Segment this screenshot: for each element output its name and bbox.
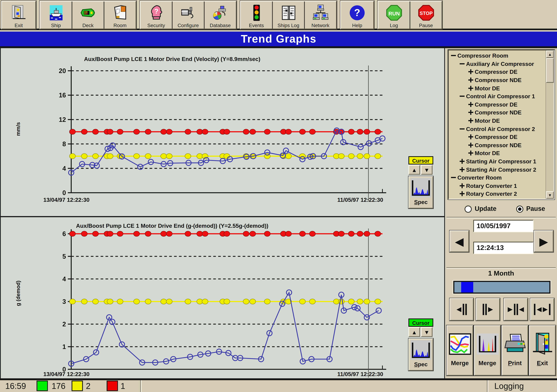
configure-button[interactable]: Configure [172,1,204,29]
contract-range-button[interactable]: ▶◀ [504,298,528,321]
expand-icon[interactable] [468,110,473,115]
network-button[interactable]: Network [304,1,336,29]
mode-selector: Update Pause [449,202,554,216]
events-icon [251,3,262,23]
security-button[interactable]: ? Security [140,1,172,29]
database-button[interactable]: Database [204,1,236,29]
range-position-bar[interactable] [453,281,550,294]
right-triangle-icon: ▶ [539,235,548,248]
tree-item[interactable]: Compressor NDE [450,141,545,149]
tree-item[interactable]: Compressor Room [450,52,545,60]
next-time-button[interactable]: ▶ [534,230,554,252]
merge-trend-icon [448,328,472,360]
help-button[interactable]: ? Help [341,1,373,29]
ship-button[interactable]: Ship [40,1,72,29]
expand-icon[interactable] [468,69,473,74]
tree-item[interactable]: Compressor NDE [450,108,545,117]
log-button[interactable]: RUN Log [378,1,410,29]
expand-icon[interactable] [468,135,473,139]
tree-scrollbar[interactable]: ▲ ▼ [546,50,554,199]
gdemod-trend-plot[interactable]: 0123456 [1,217,444,378]
deck-button[interactable]: Deck [72,1,104,29]
scroll-down-button[interactable]: ▼ [546,191,554,199]
update-radio[interactable] [465,205,472,213]
collapse-icon[interactable] [460,94,465,99]
expand-icon[interactable] [468,102,473,107]
date-field[interactable]: 10/05/1997 [473,220,533,232]
exit-button[interactable]: Exit [2,1,35,29]
tree-item[interactable]: Compressor NDE [450,76,545,84]
tree-item[interactable]: Control Air Compressor 1 [450,92,545,100]
chart-separator [1,216,444,217]
step-back-button[interactable]: ◀ [450,298,474,321]
expand-icon[interactable] [468,118,473,123]
pause-radio[interactable] [516,205,523,213]
exit-screen-button[interactable]: Exit [529,325,556,376]
room-button[interactable]: Room [104,1,136,29]
collapse-icon[interactable] [451,53,456,58]
tree-item-label: Compressor NDE [475,109,522,116]
events-button[interactable]: Events [241,1,272,29]
machinery-tree-panel: Compressor RoomAuxiliary Air CompressorC… [448,50,555,200]
velocity-trend-plot[interactable]: 048121620 [1,48,444,216]
previous-time-button[interactable]: ◀ [450,230,469,252]
svg-text:2: 2 [62,320,66,328]
scroll-up-button[interactable]: ▲ [546,50,554,58]
tree-item-label: Compressor DE [475,69,517,75]
tree-item[interactable]: Converter Room [450,174,545,182]
time-field[interactable]: 12:24:13 [473,242,533,254]
update-radio-label[interactable]: Update [475,205,496,213]
expand-icon[interactable] [468,151,473,156]
tree-item[interactable]: Compressor DE [450,100,545,109]
tree-item[interactable]: Auxiliary Air Compressor [450,60,545,68]
ship-icon [49,3,63,23]
ships-log-button[interactable]: Ships Log [272,1,304,29]
tree-item[interactable]: Starting Air Compressor 1 [450,157,545,165]
left-triangle-icon: ◀ [455,235,464,248]
tree-item[interactable]: Motor DE [450,117,545,125]
tree-item[interactable]: Compressor DE [450,133,545,141]
collapse-icon[interactable] [460,61,465,66]
merge-spectra-button[interactable]: Merge [474,325,501,376]
scrollbar-thumb[interactable] [546,58,554,83]
collapse-icon[interactable] [451,175,456,180]
expand-icon[interactable] [460,167,465,172]
tree-item[interactable]: Starting Air Compressor 2 [450,165,545,174]
cursor-control: Cursor ▲ ▼ Spec [409,319,433,371]
tree-item[interactable]: Compressor DE [450,68,545,76]
print-button[interactable]: Print [501,325,528,376]
pause-button[interactable]: STOP Pause [410,1,442,29]
expand-icon[interactable] [468,78,473,82]
svg-text:3: 3 [62,298,66,305]
toolbar: Exit Ship Deck Room [0,0,557,30]
expand-icon[interactable] [460,183,465,188]
expand-range-button[interactable]: ◀▶ [530,298,554,321]
tree-item[interactable]: Rotary Converter 2 [450,190,545,198]
green-status-swatch [37,381,48,391]
expand-icon[interactable] [468,86,473,91]
expand-icon[interactable] [460,159,465,164]
toolbar-button-label: Log [390,23,398,28]
expand-icon[interactable] [460,191,465,196]
cursor-label: Cursor [409,319,433,327]
toolbar-button-label: Deck [82,23,94,28]
cursor-down-button[interactable]: ▼ [421,165,433,175]
spectrum-button[interactable]: Spec [409,338,433,371]
tree-item[interactable]: Control Air Compressor 2 [450,125,545,133]
chart-title: Aux/Boost Pump LCE 1 Motor Drive End (g-… [1,223,344,229]
cursor-up-button[interactable]: ▲ [409,327,420,337]
collapse-icon[interactable] [460,126,465,131]
spec-button-label: Spec [414,360,428,369]
pause-radio-label[interactable]: Pause [526,205,545,213]
tree-item[interactable]: Rotary Converter 1 [450,182,545,190]
tree-item[interactable]: Motor DE [450,149,545,157]
tree-item[interactable]: Motor DE [450,84,545,92]
cursor-down-button[interactable]: ▼ [421,327,433,337]
time-range-group: 1 Month ◀ ▶ ▶◀ ◀▶ [447,270,555,325]
svg-text:12: 12 [59,116,66,123]
spectrum-button[interactable]: Spec [409,176,433,208]
merge-trends-button[interactable]: Merge [446,325,473,376]
cursor-up-button[interactable]: ▲ [409,165,420,175]
expand-icon[interactable] [468,143,473,147]
step-forward-button[interactable]: ▶ [476,298,500,321]
